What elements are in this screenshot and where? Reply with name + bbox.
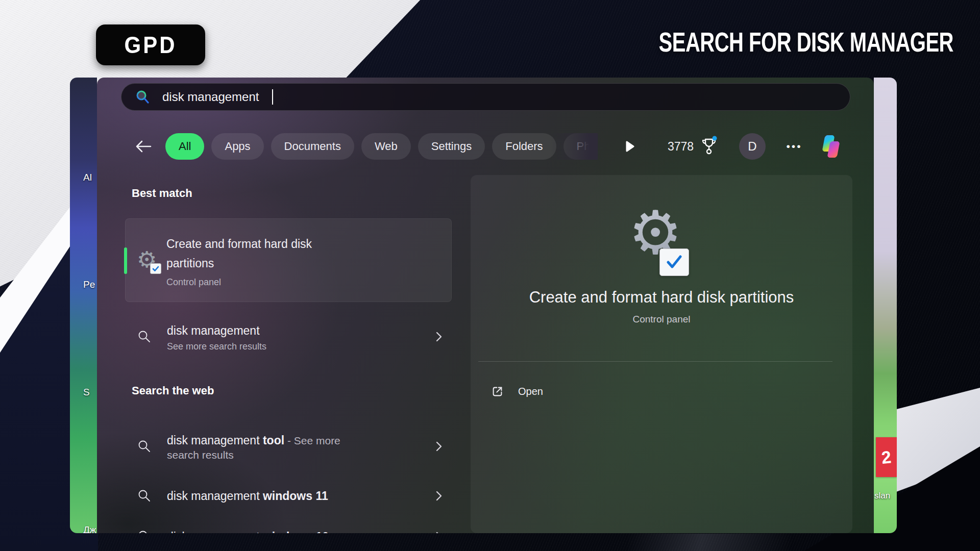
rewards-button[interactable]: 3778 [668, 135, 718, 158]
rewards-points: 3778 [668, 140, 694, 154]
checkmark-badge-icon [659, 248, 689, 276]
background-streak [628, 534, 791, 551]
selection-accent-bar [124, 247, 127, 274]
desktop-icon-label: Дж [83, 524, 96, 533]
web-suggestion-row-clipped[interactable]: disk management windows 10 [125, 520, 452, 533]
suggestion-subtitle: See more search results [167, 341, 266, 352]
desktop-icon-label: Pe [83, 279, 95, 290]
chevron-right-icon[interactable] [435, 531, 443, 533]
copilot-icon[interactable] [818, 133, 844, 160]
search-input[interactable]: disk management [121, 83, 850, 111]
desktop-wallpaper-right: 2 slan [874, 78, 897, 533]
chevron-right-icon[interactable] [435, 441, 443, 452]
chips-scroll-right-button[interactable] [626, 140, 636, 153]
suggestion-title: disk management [167, 322, 266, 339]
filter-chips: All Apps Documents Web Settings Folders … [165, 133, 597, 160]
open-external-icon [491, 385, 504, 398]
search-suggestion-row[interactable]: disk management See more search results [125, 314, 452, 360]
rewards-trophy-icon [700, 135, 718, 158]
stage: GPD SEARCH FOR DISK MANAGER Al Pe S Дж 2… [0, 0, 980, 551]
web-suggestion-text: disk management windows 10 [167, 528, 329, 533]
query-part: disk management [167, 434, 263, 447]
desktop-icon-label: S [83, 387, 90, 398]
red-desktop-icon: 2 [876, 437, 897, 477]
completion-part: windows 10 [263, 530, 329, 533]
filter-chip-folders[interactable]: Folders [492, 133, 556, 160]
web-suggestion-text: disk management windows 11 [167, 487, 328, 505]
see-more-part: - See more [284, 435, 340, 446]
windows-search-screenshot: Al Pe S Дж 2 slan [70, 78, 897, 533]
chevron-right-icon[interactable] [435, 490, 443, 502]
filter-chip-all[interactable]: All [165, 133, 204, 160]
search-suggestion-icon [137, 330, 152, 344]
completion-part: tool [263, 434, 284, 447]
text-caret [272, 89, 273, 105]
desktop-wallpaper-left: Al Pe S Дж [70, 78, 97, 533]
desktop-icon-label: Al [83, 172, 92, 183]
web-suggestion-row[interactable]: disk management windows 11 [125, 480, 452, 512]
open-button[interactable]: Open [483, 377, 550, 406]
query-part: disk management [167, 530, 263, 533]
filter-chip-settings[interactable]: Settings [418, 133, 485, 160]
chevron-right-icon[interactable] [435, 331, 443, 342]
best-match-subtitle: Control panel [166, 277, 325, 288]
red-desktop-icon-glyph: 2 [880, 447, 892, 468]
best-match-header: Best match [132, 187, 192, 200]
filter-chip-apps[interactable]: Apps [211, 133, 263, 160]
search-query-text: disk management [162, 90, 259, 104]
web-suggestion-text: disk management tool - See more search r… [167, 432, 340, 461]
web-section-header: Search the web [132, 384, 214, 397]
search-suggestion-icon [137, 530, 152, 533]
gpd-logo-text: GPD [124, 31, 177, 59]
search-panel: disk management All Apps Documents Web S… [97, 78, 874, 533]
account-avatar[interactable]: D [739, 133, 766, 160]
arrow-left-icon [135, 139, 153, 154]
filter-chip-documents[interactable]: Documents [271, 133, 354, 160]
open-button-label: Open [518, 386, 543, 397]
search-icon [135, 89, 150, 105]
play-icon [626, 141, 634, 152]
search-suggestion-icon [137, 489, 152, 503]
filter-chip-web[interactable]: Web [361, 133, 411, 160]
completion-part: windows 11 [263, 489, 328, 503]
see-more-part-line2: search results [167, 449, 234, 461]
preview-subtitle: Control panel [471, 314, 852, 325]
gpd-logo: GPD [96, 24, 205, 65]
web-suggestion-row[interactable]: disk management tool - See more search r… [125, 418, 452, 474]
control-panel-gear-icon: ⚙ [137, 248, 159, 272]
query-part: disk management [167, 489, 263, 503]
suggestion-text: disk management See more search results [167, 322, 266, 352]
back-button[interactable] [134, 138, 154, 155]
preview-app-icon: ⚙ [615, 194, 696, 281]
preview-pane: ⚙ Create and format hard disk partitions… [471, 175, 852, 533]
page-title: SEARCH FOR DISK MANAGER [659, 27, 953, 58]
filter-chip-ph[interactable]: Ph [564, 133, 597, 160]
checkmark-badge-icon [150, 263, 161, 274]
preview-title: Create and format hard disk partitions [471, 288, 852, 307]
more-options-button[interactable]: ••• [779, 138, 810, 155]
divider [478, 361, 832, 362]
best-match-title: Create and format hard disk partitions [166, 234, 325, 273]
best-match-text: Create and format hard disk partitions C… [166, 233, 325, 288]
best-match-result[interactable]: ⚙ Create and format hard disk partitions… [125, 218, 452, 302]
search-suggestion-icon [137, 439, 152, 454]
desktop-icon-label: slan [874, 491, 890, 501]
